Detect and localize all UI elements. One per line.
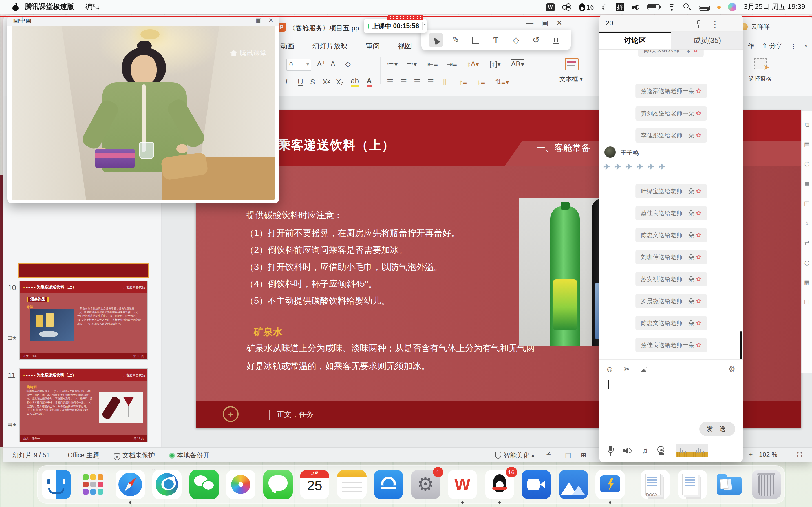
- layout-icon[interactable]: ▤: [804, 141, 810, 148]
- crop-icon[interactable]: ◳: [804, 200, 810, 207]
- pip-video-window[interactable]: 画中画 — ▣ ✕ 腾讯课堂: [7, 15, 279, 203]
- student-avatar[interactable]: [605, 147, 616, 158]
- thumbnail-slide-11[interactable]: ●●●●● 为乘客递送饮料（上） 一、客舱常备饮品 葡萄酒 提供葡萄酒时应注意：…: [19, 369, 148, 442]
- more-menu-icon[interactable]: ⋮: [790, 42, 797, 50]
- dock-qq[interactable]: 16: [485, 470, 514, 499]
- dock-wps[interactable]: W: [448, 470, 477, 499]
- bullet-list-icon[interactable]: ≔▾: [387, 60, 398, 68]
- align-center-icon[interactable]: ☰: [400, 78, 407, 86]
- maximize-icon[interactable]: ▣: [541, 18, 548, 27]
- align-right-icon[interactable]: ☰: [414, 78, 420, 86]
- highlight-icon[interactable]: ab: [351, 76, 359, 87]
- increase-font-icon[interactable]: A⁺: [317, 60, 326, 68]
- line-spacing-icon[interactable]: ↕A▾: [467, 60, 479, 68]
- distribute-icon[interactable]: ⇅≡▾: [495, 78, 509, 86]
- dock-calendar[interactable]: 3月25: [300, 470, 329, 499]
- decrease-indent-icon[interactable]: ⇤≡: [427, 60, 438, 68]
- eraser-tool[interactable]: ◇: [509, 33, 523, 47]
- dock-settings[interactable]: ⚙1: [411, 470, 440, 499]
- dock-tencent-meeting[interactable]: [522, 470, 551, 499]
- fit-slide-icon[interactable]: ⛶: [797, 451, 802, 459]
- minimize-icon[interactable]: —: [526, 18, 534, 27]
- more-menu-icon[interactable]: ⋮: [711, 18, 719, 29]
- italic-icon[interactable]: I: [285, 78, 287, 86]
- zoom-plus-icon[interactable]: +: [749, 451, 753, 458]
- dock-documents-stack[interactable]: [677, 470, 707, 499]
- class-status-bar[interactable]: 上课中 00:15:56 ⌃: [364, 18, 427, 33]
- dock-docx-stack[interactable]: DOCX: [641, 470, 670, 499]
- superscript-icon[interactable]: X²: [322, 78, 330, 86]
- history-icon[interactable]: ◷: [804, 259, 809, 267]
- animation-indicator-icon[interactable]: ▤★: [7, 335, 17, 341]
- tab-animation[interactable]: 动画: [280, 42, 294, 51]
- dock-finder[interactable]: [42, 470, 71, 499]
- three-circles-icon[interactable]: [562, 3, 572, 11]
- paragraph-spacing-icon[interactable]: [↕]▾: [490, 60, 501, 68]
- grid-icon[interactable]: ▦: [804, 279, 810, 286]
- thumbnail-slide-9-sliver[interactable]: [18, 263, 149, 278]
- volume-icon[interactable]: [631, 4, 640, 10]
- outline-icon[interactable]: ≣: [804, 180, 809, 187]
- protection-status[interactable]: ✕文档未保护: [114, 451, 155, 460]
- dock-safari[interactable]: [115, 470, 145, 499]
- dock-downloads-folder[interactable]: [714, 470, 744, 499]
- rectangle-tool[interactable]: [469, 33, 483, 47]
- minimize-icon[interactable]: —: [728, 19, 738, 29]
- share-button[interactable]: ⇧ 分享: [762, 42, 782, 50]
- menu-edit[interactable]: 编辑: [86, 2, 100, 12]
- align-left-icon[interactable]: ☰: [387, 78, 393, 86]
- beautify-button[interactable]: 智能美化 ▴: [495, 451, 535, 460]
- dock-trash[interactable]: [751, 470, 781, 499]
- pin-icon[interactable]: [696, 20, 702, 28]
- increase-indent-icon[interactable]: ⇥≡: [447, 60, 457, 68]
- apple-menu-icon[interactable]: [12, 3, 19, 11]
- tab-review[interactable]: 审阅: [366, 42, 380, 51]
- theme-label[interactable]: Office 主题: [68, 451, 99, 460]
- favorites-icon[interactable]: ☆: [804, 220, 810, 227]
- shapes-icon[interactable]: ⬡: [804, 161, 809, 168]
- spotlight-search-icon[interactable]: [683, 3, 691, 11]
- dock-launchpad[interactable]: [79, 470, 108, 499]
- dock-wechat[interactable]: [189, 470, 218, 499]
- dock-photos[interactable]: [226, 470, 255, 499]
- image-icon[interactable]: [641, 365, 649, 372]
- wps-menu-icon[interactable]: W: [546, 3, 555, 11]
- settings-gear-icon[interactable]: ⚙: [728, 364, 735, 374]
- chat-input-area[interactable]: ☺ ✂ ⚙ 发 送: [599, 359, 743, 421]
- collapse-chevron-icon[interactable]: ⌃: [423, 23, 427, 29]
- normal-view-icon[interactable]: ◫: [565, 451, 571, 459]
- tab-members[interactable]: 成员(35): [671, 32, 743, 50]
- active-app-name[interactable]: 腾讯课堂极速版: [25, 2, 74, 12]
- text-direction-icon[interactable]: ↑≡: [459, 78, 467, 86]
- pinyin-input-icon[interactable]: 拼: [616, 3, 624, 11]
- tab-slideshow[interactable]: 幻灯片放映: [312, 42, 348, 51]
- chat-title-bar[interactable]: 20... ⋮ —: [599, 15, 743, 32]
- animation-indicator-icon[interactable]: ▤★: [7, 422, 17, 428]
- drag-grip[interactable]: [388, 15, 423, 20]
- font-size-combo[interactable]: 0: [287, 59, 311, 71]
- select-pane-icon[interactable]: ➤: [755, 58, 767, 69]
- speaker-icon[interactable]: [623, 446, 632, 454]
- dock-notes[interactable]: [337, 470, 366, 499]
- backup-status[interactable]: 本地备份开: [169, 451, 209, 460]
- wifi-icon[interactable]: [667, 4, 676, 10]
- clear-tool[interactable]: [549, 33, 563, 47]
- action-label-partial[interactable]: 作: [748, 42, 754, 50]
- thumbnail-slide-10[interactable]: ●●●●● 为乘客递送饮料（上） 一、客舱常备饮品 酒类饮品 啤酒 一般在有热食…: [19, 281, 148, 360]
- zoom-level[interactable]: 102 %: [759, 451, 777, 458]
- textbox-label[interactable]: 文本框 ▾: [559, 75, 583, 83]
- record-icon[interactable]: [658, 446, 666, 455]
- text-rotate-icon[interactable]: ↓≡: [477, 78, 485, 86]
- dock-appstore[interactable]: [374, 470, 403, 499]
- cursor-tool[interactable]: [428, 33, 443, 47]
- pages-icon[interactable]: ❏: [804, 298, 810, 306]
- select-pane-label[interactable]: 选择窗格: [749, 75, 771, 83]
- undo-tool[interactable]: ↺: [529, 33, 543, 47]
- grid-view-icon[interactable]: ⊞: [581, 451, 586, 459]
- justify-icon[interactable]: ☰: [427, 78, 434, 86]
- columns-icon[interactable]: ⫼: [443, 78, 447, 87]
- strikethrough-icon[interactable]: S: [310, 78, 315, 86]
- dock-classroom-app[interactable]: [596, 470, 625, 499]
- emoji-icon[interactable]: ☺: [606, 364, 614, 374]
- music-note-icon[interactable]: ♫: [642, 446, 648, 455]
